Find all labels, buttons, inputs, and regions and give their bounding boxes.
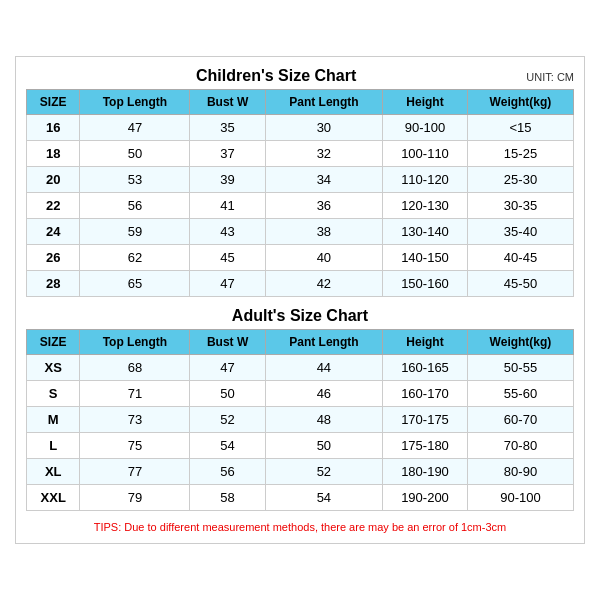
table-cell: XL — [27, 459, 80, 485]
table-cell: 90-100 — [383, 115, 468, 141]
table-row: 24594338130-14035-40 — [27, 219, 574, 245]
table-cell: 68 — [80, 355, 190, 381]
children-header-cell: Height — [383, 90, 468, 115]
table-cell: 52 — [190, 407, 265, 433]
table-row: XL775652180-19080-90 — [27, 459, 574, 485]
table-cell: M — [27, 407, 80, 433]
chart-container: Children's Size Chart UNIT: CM SIZETop L… — [15, 56, 585, 544]
adult-header-cell: Weight(kg) — [467, 330, 573, 355]
adult-header-cell: SIZE — [27, 330, 80, 355]
children-size-table: SIZETop LengthBust WPant LengthHeightWei… — [26, 89, 574, 297]
table-cell: 110-120 — [383, 167, 468, 193]
table-row: 1647353090-100<15 — [27, 115, 574, 141]
table-cell: 47 — [190, 271, 265, 297]
adult-header-row: SIZETop LengthBust WPant LengthHeightWei… — [27, 330, 574, 355]
table-cell: 45 — [190, 245, 265, 271]
table-cell: 79 — [80, 485, 190, 511]
table-cell: 80-90 — [467, 459, 573, 485]
children-header-cell: Top Length — [80, 90, 190, 115]
children-header-cell: Bust W — [190, 90, 265, 115]
table-cell: 54 — [265, 485, 382, 511]
adult-header-cell: Pant Length — [265, 330, 382, 355]
children-header-cell: SIZE — [27, 90, 80, 115]
adult-title-row: Adult's Size Chart — [26, 307, 574, 325]
table-cell: 18 — [27, 141, 80, 167]
table-cell: <15 — [467, 115, 573, 141]
table-cell: 50-55 — [467, 355, 573, 381]
table-cell: 190-200 — [383, 485, 468, 511]
adult-header-cell: Bust W — [190, 330, 265, 355]
tips-text: TIPS: Due to different measurement metho… — [26, 521, 574, 533]
table-cell: 48 — [265, 407, 382, 433]
table-cell: XS — [27, 355, 80, 381]
table-cell: S — [27, 381, 80, 407]
table-cell: 34 — [265, 167, 382, 193]
table-cell: 150-160 — [383, 271, 468, 297]
table-row: XXL795854190-20090-100 — [27, 485, 574, 511]
table-cell: 35-40 — [467, 219, 573, 245]
table-cell: 46 — [265, 381, 382, 407]
unit-label: UNIT: CM — [526, 71, 574, 83]
table-cell: 15-25 — [467, 141, 573, 167]
adult-header-cell: Top Length — [80, 330, 190, 355]
table-cell: 160-165 — [383, 355, 468, 381]
children-header-cell: Pant Length — [265, 90, 382, 115]
table-cell: 44 — [265, 355, 382, 381]
table-cell: 180-190 — [383, 459, 468, 485]
table-cell: 140-150 — [383, 245, 468, 271]
table-cell: 47 — [190, 355, 265, 381]
table-row: 18503732100-11015-25 — [27, 141, 574, 167]
adult-size-table: SIZETop LengthBust WPant LengthHeightWei… — [26, 329, 574, 511]
table-cell: 70-80 — [467, 433, 573, 459]
table-cell: 37 — [190, 141, 265, 167]
table-cell: 35 — [190, 115, 265, 141]
table-row: 20533934110-12025-30 — [27, 167, 574, 193]
children-chart-title: Children's Size Chart — [26, 67, 526, 85]
children-title-row: Children's Size Chart UNIT: CM — [26, 67, 574, 85]
children-header-cell: Weight(kg) — [467, 90, 573, 115]
table-cell: 36 — [265, 193, 382, 219]
table-row: 28654742150-16045-50 — [27, 271, 574, 297]
table-cell: 54 — [190, 433, 265, 459]
table-row: 26624540140-15040-45 — [27, 245, 574, 271]
table-cell: 20 — [27, 167, 80, 193]
table-cell: 50 — [190, 381, 265, 407]
table-cell: 24 — [27, 219, 80, 245]
table-cell: 160-170 — [383, 381, 468, 407]
table-cell: 73 — [80, 407, 190, 433]
table-cell: 50 — [80, 141, 190, 167]
table-cell: 71 — [80, 381, 190, 407]
table-cell: 38 — [265, 219, 382, 245]
table-cell: 25-30 — [467, 167, 573, 193]
table-cell: 30 — [265, 115, 382, 141]
table-cell: 175-180 — [383, 433, 468, 459]
table-cell: 26 — [27, 245, 80, 271]
table-cell: 53 — [80, 167, 190, 193]
table-cell: 41 — [190, 193, 265, 219]
table-cell: 100-110 — [383, 141, 468, 167]
table-row: M735248170-17560-70 — [27, 407, 574, 433]
adult-chart-title: Adult's Size Chart — [232, 307, 368, 325]
table-cell: 130-140 — [383, 219, 468, 245]
table-cell: 52 — [265, 459, 382, 485]
table-cell: 56 — [80, 193, 190, 219]
table-cell: L — [27, 433, 80, 459]
table-cell: 55-60 — [467, 381, 573, 407]
table-cell: 170-175 — [383, 407, 468, 433]
table-cell: 59 — [80, 219, 190, 245]
table-cell: 43 — [190, 219, 265, 245]
table-cell: 32 — [265, 141, 382, 167]
table-row: XS684744160-16550-55 — [27, 355, 574, 381]
table-cell: 75 — [80, 433, 190, 459]
table-cell: 50 — [265, 433, 382, 459]
children-header-row: SIZETop LengthBust WPant LengthHeightWei… — [27, 90, 574, 115]
table-cell: 30-35 — [467, 193, 573, 219]
table-cell: 40 — [265, 245, 382, 271]
table-cell: 39 — [190, 167, 265, 193]
table-cell: 60-70 — [467, 407, 573, 433]
table-cell: 65 — [80, 271, 190, 297]
table-cell: 42 — [265, 271, 382, 297]
table-cell: 16 — [27, 115, 80, 141]
table-row: S715046160-17055-60 — [27, 381, 574, 407]
table-cell: 90-100 — [467, 485, 573, 511]
